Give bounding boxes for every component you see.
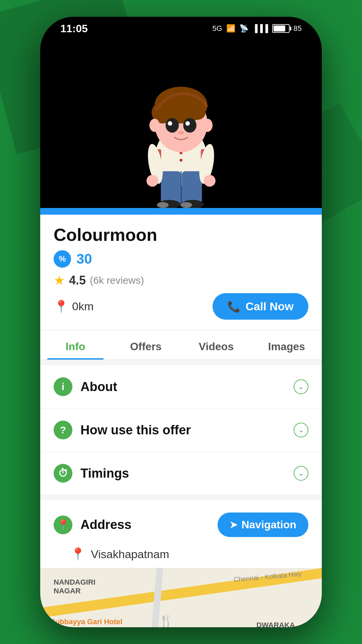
svg-point-12: [180, 202, 192, 208]
map-label-dwaraka: DWARAKA NAGAR: [256, 621, 295, 627]
rating-reviews: (6k reviews): [90, 275, 144, 286]
network-icon: 5G: [212, 24, 222, 33]
svg-point-15: [146, 175, 158, 186]
business-meta: % 30: [54, 250, 308, 268]
svg-rect-6: [161, 171, 181, 204]
accordion-timings-left: ⏱ Timings: [54, 464, 129, 483]
tab-videos[interactable]: Videos: [181, 331, 251, 360]
city-row: 📍 Visakhapatnam: [40, 544, 322, 568]
location-call-row: 📍 0km 📞 Call Now: [54, 293, 308, 320]
address-section: 📍 Address ➤ Navigation 📍 Visakhapatnam: [40, 500, 322, 568]
svg-point-16: [204, 175, 216, 186]
svg-point-25: [178, 131, 184, 135]
phone-frame: 11:05 5G 📶 📡 ▐▐▐ 85: [40, 17, 322, 627]
star-icon: ★: [54, 273, 65, 288]
city-pin-icon: 📍: [70, 547, 85, 561]
signal-icon: 📡: [239, 24, 248, 33]
discount-badge: %: [54, 250, 71, 268]
location-distance: 0km: [72, 300, 94, 313]
svg-point-21: [166, 118, 179, 133]
call-now-button[interactable]: 📞 Call Now: [213, 293, 308, 320]
how-use-chevron-icon: ⌄: [294, 423, 308, 437]
status-time: 11:05: [60, 22, 88, 35]
location-row: 📍 0km: [54, 300, 94, 314]
discount-number: 30: [76, 251, 92, 267]
business-name: Colourmoon: [54, 225, 308, 245]
about-title: About: [80, 380, 117, 394]
map-label-nandagiri: NANDAGIRI NAGAR: [54, 578, 96, 595]
svg-point-27: [202, 119, 213, 132]
how-use-title: How use this offer: [80, 423, 191, 437]
accordion-how-use-left: ? How use this offer: [54, 421, 191, 439]
wifi-icon: 📶: [226, 24, 235, 33]
business-card: Colourmoon % 30 ★ 4.5 (6k reviews) 📍 0km…: [40, 215, 322, 330]
tabs-bar: Info Offers Videos Images: [40, 331, 322, 360]
map-label-hotel: Subbayya Gari Hotel visakhapatnam: [50, 618, 122, 627]
percent-icon: %: [59, 254, 66, 264]
city-name: Visakhapatnam: [91, 548, 169, 561]
tab-images[interactable]: Images: [251, 331, 322, 360]
status-icons: 5G 📶 📡 ▐▐▐ 85: [212, 24, 302, 33]
accordion-timings[interactable]: ⏱ Timings ⌄: [40, 452, 322, 495]
rating-row: ★ 4.5 (6k reviews): [54, 273, 308, 288]
character-illustration: [124, 54, 238, 208]
hero-area: [40, 40, 322, 208]
navigation-button-label: Navigation: [241, 519, 296, 531]
address-title: Address: [80, 518, 131, 532]
map-area[interactable]: NANDAGIRI NAGAR Chennai - Kolkata Hwy Su…: [40, 568, 322, 627]
svg-point-11: [157, 202, 169, 208]
address-icon: 📍: [54, 516, 72, 534]
battery-icon: [272, 24, 290, 33]
about-chevron-icon: ⌄: [294, 379, 308, 394]
location-pin-icon: 📍: [54, 300, 69, 314]
svg-point-22: [183, 118, 196, 133]
cellular-icon: ▐▐▐: [252, 24, 268, 33]
how-use-icon: ?: [54, 421, 72, 439]
map-background: NANDAGIRI NAGAR Chennai - Kolkata Hwy Su…: [40, 568, 322, 627]
timings-chevron-icon: ⌄: [294, 466, 308, 481]
rating-number: 4.5: [69, 273, 86, 287]
accordion-about-left: i About: [54, 377, 117, 396]
phone-icon: 📞: [227, 300, 241, 313]
timings-title: Timings: [80, 466, 129, 481]
svg-point-24: [185, 121, 190, 126]
about-icon: i: [54, 377, 72, 396]
blue-header-bar: [40, 208, 322, 215]
map-pin-marker: 🍴: [159, 614, 174, 627]
accordion-how-use[interactable]: ? How use this offer ⌄: [40, 409, 322, 452]
svg-point-23: [168, 121, 172, 126]
svg-point-5: [180, 159, 183, 162]
tab-info[interactable]: Info: [40, 331, 111, 360]
svg-point-26: [149, 119, 160, 132]
call-button-label: Call Now: [245, 300, 294, 313]
navigation-arrow-icon: ➤: [230, 519, 237, 530]
status-bar: 11:05 5G 📶 📡 ▐▐▐ 85: [40, 17, 322, 40]
timings-icon: ⏱: [54, 464, 72, 483]
address-header-left: 📍 Address: [54, 516, 131, 534]
battery-fill: [274, 25, 285, 32]
svg-rect-7: [182, 171, 202, 204]
accordion-container: i About ⌄ ? How use this offer ⌄: [40, 365, 322, 495]
svg-point-20: [189, 105, 205, 120]
hero-character: [124, 54, 238, 208]
content-area: Colourmoon % 30 ★ 4.5 (6k reviews) 📍 0km…: [40, 208, 322, 627]
address-header: 📍 Address ➤ Navigation: [40, 500, 322, 544]
accordion-about[interactable]: i About ⌄: [40, 365, 322, 409]
battery-percent: 85: [294, 24, 302, 33]
navigation-button[interactable]: ➤ Navigation: [218, 513, 308, 537]
tab-offers[interactable]: Offers: [111, 331, 181, 360]
